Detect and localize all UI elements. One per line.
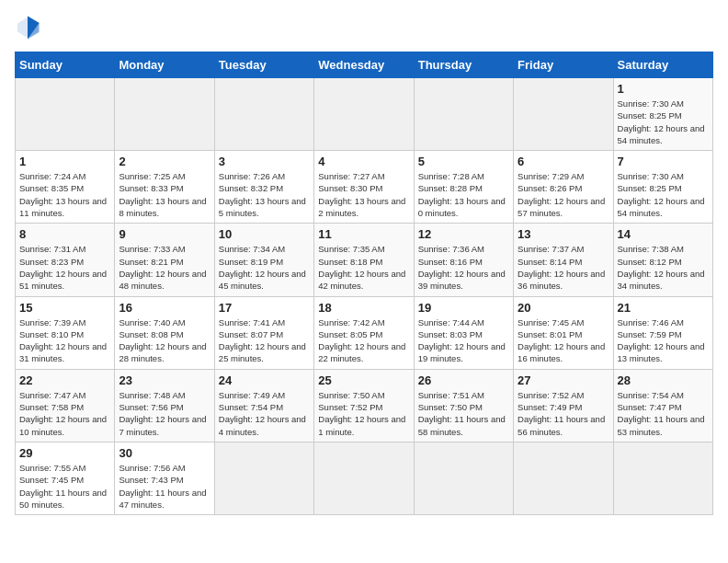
day-info: Sunrise: 7:44 AM Sunset: 8:03 PM Dayligh… xyxy=(418,316,509,365)
day-number: 29 xyxy=(19,446,110,460)
day-info: Sunrise: 7:56 AM Sunset: 7:43 PM Dayligh… xyxy=(119,462,210,511)
calendar-cell: 21 Sunrise: 7:46 AM Sunset: 7:59 PM Dayl… xyxy=(613,296,712,369)
calendar-week-row: 15 Sunrise: 7:39 AM Sunset: 8:10 PM Dayl… xyxy=(16,296,713,369)
calendar-cell xyxy=(613,442,712,514)
day-info: Sunrise: 7:28 AM Sunset: 8:28 PM Dayligh… xyxy=(418,170,509,219)
day-number: 7 xyxy=(618,155,709,168)
page-header xyxy=(15,15,713,40)
calendar-cell xyxy=(514,78,613,151)
day-number: 25 xyxy=(318,373,409,387)
calendar-cell: 23 Sunrise: 7:48 AM Sunset: 7:56 PM Dayl… xyxy=(115,369,214,442)
calendar-cell: 3 Sunrise: 7:26 AM Sunset: 8:32 PM Dayli… xyxy=(214,151,313,224)
day-info: Sunrise: 7:29 AM Sunset: 8:26 PM Dayligh… xyxy=(518,170,609,219)
calendar-cell: 22 Sunrise: 7:47 AM Sunset: 7:58 PM Dayl… xyxy=(16,369,115,442)
calendar-cell: 7 Sunrise: 7:30 AM Sunset: 8:25 PM Dayli… xyxy=(613,151,712,224)
day-number: 10 xyxy=(219,227,310,241)
day-number: 23 xyxy=(119,373,210,387)
day-header: Sunday xyxy=(16,52,115,78)
logo-icon xyxy=(15,15,40,40)
calendar-week-row: 1 Sunrise: 7:30 AM Sunset: 8:25 PM Dayli… xyxy=(16,78,713,151)
calendar-cell: 8 Sunrise: 7:31 AM Sunset: 8:23 PM Dayli… xyxy=(16,224,115,296)
calendar-cell: 29 Sunrise: 7:55 AM Sunset: 7:45 PM Dayl… xyxy=(16,442,115,514)
day-info: Sunrise: 7:39 AM Sunset: 8:10 PM Dayligh… xyxy=(19,316,110,365)
calendar-cell xyxy=(514,442,613,514)
day-info: Sunrise: 7:42 AM Sunset: 8:05 PM Dayligh… xyxy=(318,316,409,365)
day-info: Sunrise: 7:49 AM Sunset: 7:54 PM Dayligh… xyxy=(219,389,310,438)
day-number: 11 xyxy=(318,227,409,241)
day-number: 16 xyxy=(119,301,210,315)
calendar-cell xyxy=(214,78,313,151)
calendar-cell: 27 Sunrise: 7:52 AM Sunset: 7:49 PM Dayl… xyxy=(514,369,613,442)
day-number: 2 xyxy=(119,155,210,168)
calendar-cell xyxy=(214,442,313,514)
day-info: Sunrise: 7:40 AM Sunset: 8:08 PM Dayligh… xyxy=(119,316,210,365)
day-number: 30 xyxy=(119,446,210,460)
day-info: Sunrise: 7:30 AM Sunset: 8:25 PM Dayligh… xyxy=(618,98,709,146)
calendar-cell: 14 Sunrise: 7:38 AM Sunset: 8:12 PM Dayl… xyxy=(613,224,712,296)
day-number: 5 xyxy=(418,155,509,168)
day-info: Sunrise: 7:38 AM Sunset: 8:12 PM Dayligh… xyxy=(618,243,709,292)
calendar-cell: 24 Sunrise: 7:49 AM Sunset: 7:54 PM Dayl… xyxy=(214,369,313,442)
calendar-cell: 2 Sunrise: 7:25 AM Sunset: 8:33 PM Dayli… xyxy=(115,151,214,224)
day-number: 8 xyxy=(19,227,110,241)
day-number: 9 xyxy=(119,227,210,241)
day-number: 20 xyxy=(518,301,609,315)
day-number: 15 xyxy=(19,301,110,315)
calendar-cell: 28 Sunrise: 7:54 AM Sunset: 7:47 PM Dayl… xyxy=(613,369,712,442)
day-number: 14 xyxy=(618,227,709,241)
day-number: 21 xyxy=(618,301,709,315)
calendar-cell: 1 Sunrise: 7:30 AM Sunset: 8:25 PM Dayli… xyxy=(613,78,712,151)
day-number: 28 xyxy=(618,373,709,387)
day-number: 1 xyxy=(618,82,709,96)
calendar-cell: 25 Sunrise: 7:50 AM Sunset: 7:52 PM Dayl… xyxy=(314,369,414,442)
calendar-cell: 4 Sunrise: 7:27 AM Sunset: 8:30 PM Dayli… xyxy=(314,151,414,224)
day-info: Sunrise: 7:50 AM Sunset: 7:52 PM Dayligh… xyxy=(318,389,409,438)
calendar-cell: 9 Sunrise: 7:33 AM Sunset: 8:21 PM Dayli… xyxy=(115,224,214,296)
day-number: 3 xyxy=(219,155,310,168)
day-info: Sunrise: 7:35 AM Sunset: 8:18 PM Dayligh… xyxy=(318,243,409,292)
day-number: 4 xyxy=(318,155,409,168)
day-info: Sunrise: 7:37 AM Sunset: 8:14 PM Dayligh… xyxy=(518,243,609,292)
logo xyxy=(15,15,44,40)
day-header: Friday xyxy=(514,52,613,78)
calendar-cell: 18 Sunrise: 7:42 AM Sunset: 8:05 PM Dayl… xyxy=(314,296,414,369)
calendar-cell xyxy=(314,442,414,514)
day-info: Sunrise: 7:34 AM Sunset: 8:19 PM Dayligh… xyxy=(219,243,310,292)
calendar-cell: 11 Sunrise: 7:35 AM Sunset: 8:18 PM Dayl… xyxy=(314,224,414,296)
day-info: Sunrise: 7:47 AM Sunset: 7:58 PM Dayligh… xyxy=(19,389,110,438)
day-info: Sunrise: 7:45 AM Sunset: 8:01 PM Dayligh… xyxy=(518,316,609,365)
day-number: 13 xyxy=(518,227,609,241)
day-number: 18 xyxy=(318,301,409,315)
day-info: Sunrise: 7:27 AM Sunset: 8:30 PM Dayligh… xyxy=(318,170,409,219)
day-number: 26 xyxy=(418,373,509,387)
day-info: Sunrise: 7:41 AM Sunset: 8:07 PM Dayligh… xyxy=(219,316,310,365)
day-info: Sunrise: 7:25 AM Sunset: 8:33 PM Dayligh… xyxy=(119,170,210,219)
day-header: Monday xyxy=(115,52,214,78)
day-info: Sunrise: 7:48 AM Sunset: 7:56 PM Dayligh… xyxy=(119,389,210,438)
calendar-cell xyxy=(414,78,513,151)
day-number: 22 xyxy=(19,373,110,387)
calendar-cell xyxy=(314,78,414,151)
day-header: Saturday xyxy=(613,52,712,78)
day-info: Sunrise: 7:51 AM Sunset: 7:50 PM Dayligh… xyxy=(418,389,509,438)
day-header: Tuesday xyxy=(214,52,313,78)
day-number: 17 xyxy=(219,301,310,315)
calendar-week-row: 1 Sunrise: 7:24 AM Sunset: 8:35 PM Dayli… xyxy=(16,151,713,224)
day-header: Thursday xyxy=(414,52,513,78)
day-info: Sunrise: 7:33 AM Sunset: 8:21 PM Dayligh… xyxy=(119,243,210,292)
calendar-cell: 19 Sunrise: 7:44 AM Sunset: 8:03 PM Dayl… xyxy=(414,296,513,369)
calendar-header-row: SundayMondayTuesdayWednesdayThursdayFrid… xyxy=(16,52,713,78)
day-info: Sunrise: 7:36 AM Sunset: 8:16 PM Dayligh… xyxy=(418,243,509,292)
day-number: 1 xyxy=(19,155,110,168)
day-header: Wednesday xyxy=(314,52,414,78)
day-info: Sunrise: 7:26 AM Sunset: 8:32 PM Dayligh… xyxy=(219,170,310,219)
calendar-week-row: 8 Sunrise: 7:31 AM Sunset: 8:23 PM Dayli… xyxy=(16,224,713,296)
day-number: 12 xyxy=(418,227,509,241)
calendar-cell: 13 Sunrise: 7:37 AM Sunset: 8:14 PM Dayl… xyxy=(514,224,613,296)
calendar-cell: 10 Sunrise: 7:34 AM Sunset: 8:19 PM Dayl… xyxy=(214,224,313,296)
calendar-week-row: 22 Sunrise: 7:47 AM Sunset: 7:58 PM Dayl… xyxy=(16,369,713,442)
calendar-cell: 12 Sunrise: 7:36 AM Sunset: 8:16 PM Dayl… xyxy=(414,224,513,296)
day-number: 24 xyxy=(219,373,310,387)
calendar-cell: 16 Sunrise: 7:40 AM Sunset: 8:08 PM Dayl… xyxy=(115,296,214,369)
day-info: Sunrise: 7:55 AM Sunset: 7:45 PM Dayligh… xyxy=(19,462,110,511)
